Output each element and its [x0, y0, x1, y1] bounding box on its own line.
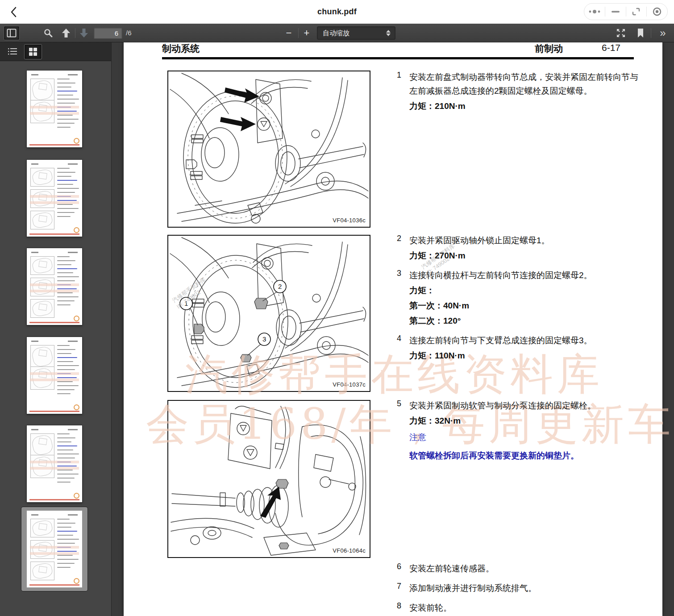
thumbnail-preview: [27, 160, 82, 237]
step-line: 力矩：: [409, 283, 641, 297]
step-line: 力矩：270N·m: [409, 249, 641, 262]
zoom-level-label: 自动缩放: [317, 29, 386, 37]
stamp-icon: [74, 493, 79, 499]
figure-label: VF04-1036c: [333, 217, 366, 224]
step-group: 5安装并紧固制动软管与制动分泵连接的固定螺栓。力矩：32N·m注意软管螺栓拆卸后…: [397, 399, 647, 468]
thumbnail-preview: [27, 337, 82, 414]
step-line: 安装并紧固制动软管与制动分泵连接的固定螺栓。: [409, 399, 641, 412]
figure-brake-hose-banjo-bolt: VF06-1064c: [167, 400, 370, 558]
step-line: 力矩：110N·m: [409, 349, 641, 362]
step-text-block: 安装并紧固制动软管与制动分泵连接的固定螺栓。力矩：32N·m注意软管螺栓拆卸后再…: [409, 399, 641, 462]
minimize-icon[interactable]: [605, 4, 626, 20]
step-line: 第二次：120°: [409, 314, 641, 328]
sidebar-toggle-button[interactable]: [4, 26, 20, 40]
pdf-page: 制动系统 前制动 6-17 汽修帮手在线资料库 会员168/年，每周更新车型 汽…: [124, 42, 662, 616]
next-page-button[interactable]: [77, 26, 91, 40]
step-item: 1安装左前盘式制动器带转向节总成，安装并紧固左前转向节与左前减振器总成连接的2颗…: [397, 70, 647, 113]
header-rule: [162, 57, 634, 59]
outline-view-button[interactable]: [4, 44, 21, 59]
svg-text:2: 2: [278, 283, 282, 290]
thumbnail-page-5[interactable]: [27, 425, 82, 502]
step-text-block: 添加制动液并进行制动系统排气。: [409, 581, 641, 595]
presentation-mode-button[interactable]: [613, 26, 628, 40]
step-group: 2安装并紧固驱动轴外锁止固定螺母1。力矩：270N·m3连接转向横拉杆与左前转向…: [397, 233, 647, 368]
svg-text:3: 3: [262, 335, 266, 343]
doc-header-topic: 前制动: [535, 42, 563, 55]
thumbnail-page-4[interactable]: [27, 337, 82, 414]
doc-page-number: 6-17: [602, 42, 620, 53]
thumbnail-preview: [27, 71, 82, 147]
more-menu-icon[interactable]: [584, 4, 605, 20]
divider: [298, 28, 299, 38]
step-text-block: 安装左前盘式制动器带转向节总成，安装并紧固左前转向节与左前减振器总成连接的2颗固…: [409, 70, 641, 113]
step-group: 6安装左前轮速传感器。7添加制动液并进行制动系统排气。8安装前轮。: [397, 562, 647, 616]
step-text-block: 安装并紧固驱动轴外锁止固定螺母1。力矩：270N·m: [409, 233, 641, 262]
figure-label: VF04-1037c: [333, 381, 366, 388]
step-line: 软管螺栓拆卸后再安装需要更换新的铜垫片。: [409, 449, 641, 462]
pdf-toolbar: /6 − + 自动缩放 »: [0, 24, 674, 42]
stamp-icon: [74, 227, 79, 233]
page-number-input[interactable]: [94, 27, 122, 39]
step-item: 2安装并紧固驱动轴外锁止固定螺母1。力矩：270N·m: [397, 233, 647, 262]
page-count-label: /6: [126, 29, 132, 37]
document-title: chunk.pdf: [0, 7, 674, 17]
step-line: 安装左前盘式制动器带转向节总成，安装并紧固左前转向节与左前减振器总成连接的2颗固…: [409, 70, 641, 98]
zoom-in-button[interactable]: +: [300, 26, 313, 40]
thumbnail-page-3[interactable]: [27, 248, 82, 325]
stamp-icon: [74, 404, 79, 410]
step-number: 5: [397, 399, 409, 462]
step-item: 7添加制动液并进行制动系统排气。: [397, 581, 647, 595]
restore-icon[interactable]: [626, 4, 647, 20]
pdf-viewer-area[interactable]: 制动系统 前制动 6-17 汽修帮手在线资料库 会员168/年，每周更新车型 汽…: [112, 42, 674, 616]
thumbnail-page-1[interactable]: [27, 71, 82, 147]
zoom-level-select[interactable]: 自动缩放: [317, 26, 395, 40]
zoom-out-button[interactable]: −: [282, 26, 295, 40]
step-item: 6安装左前轮速传感器。: [397, 562, 647, 575]
stamp-icon: [74, 578, 79, 584]
stamp-icon: [74, 316, 79, 321]
step-item: 5安装并紧固制动软管与制动分泵连接的固定螺栓。力矩：32N·m注意软管螺栓拆卸后…: [397, 399, 647, 462]
thumbnail-page-6[interactable]: [21, 507, 87, 591]
window-controls: [584, 3, 668, 20]
more-tools-button[interactable]: »: [655, 26, 670, 40]
stamp-icon: [74, 138, 79, 144]
previous-page-button[interactable]: [59, 26, 73, 40]
svg-text:1: 1: [184, 300, 188, 307]
thumbnail-preview: [27, 425, 82, 502]
figure-knuckle-fastener-callouts: 1 2 3 VF04-1037c: [167, 235, 370, 392]
select-spinner-icon: [386, 30, 395, 36]
step-group: 1安装左前盘式制动器带转向节总成，安装并紧固左前转向节与左前减振器总成连接的2颗…: [397, 70, 647, 119]
step-item: 4连接左前转向节与下支臂总成连接的固定螺母3。力矩：110N·m: [397, 333, 647, 362]
sidebar-header: [0, 42, 111, 61]
step-line: 安装左前轮速传感器。: [409, 562, 641, 575]
step-item: 8安装前轮。: [397, 601, 647, 615]
step-line: 注意: [409, 430, 641, 444]
step-number: 3: [397, 268, 409, 328]
search-button[interactable]: [41, 26, 55, 40]
thumbnail-view-button[interactable]: [24, 44, 42, 59]
thumbnail-preview: [27, 511, 82, 587]
step-text-block: 连接转向横拉杆与左前转向节连接的固定螺母2。力矩：第一次：40N·m第二次：12…: [409, 268, 641, 328]
thumbnail-preview: [27, 248, 82, 325]
step-text-block: 安装前轮。: [409, 601, 641, 615]
step-line: 安装前轮。: [409, 601, 641, 615]
step-line: 安装并紧固驱动轴外锁止固定螺母1。: [409, 233, 641, 247]
doc-header-section: 制动系统: [162, 42, 200, 55]
step-text-block: 连接左前转向节与下支臂总成连接的固定螺母3。力矩：110N·m: [409, 333, 641, 362]
step-number: 4: [397, 333, 409, 362]
step-number: 8: [397, 601, 409, 615]
step-line: 连接左前转向节与下支臂总成连接的固定螺母3。: [409, 333, 641, 347]
bookmark-button[interactable]: [634, 26, 647, 40]
step-text-block: 安装左前轮速传感器。: [409, 562, 641, 575]
step-number: 2: [397, 233, 409, 262]
figure-front-brake-strut-bolts: VF04-1036c: [167, 71, 370, 228]
step-line: 力矩：210N·m: [409, 99, 641, 113]
target-icon[interactable]: [647, 4, 667, 20]
step-item: 3连接转向横拉杆与左前转向节连接的固定螺母2。力矩：第一次：40N·m第二次：1…: [397, 268, 647, 328]
thumbnail-page-2[interactable]: [27, 160, 82, 237]
step-line: 连接转向横拉杆与左前转向节连接的固定螺母2。: [409, 268, 641, 282]
step-number: 6: [397, 562, 409, 575]
step-number: 7: [397, 581, 409, 595]
figure-label: VF06-1064c: [333, 547, 366, 554]
step-line: 力矩：32N·m: [409, 414, 641, 428]
